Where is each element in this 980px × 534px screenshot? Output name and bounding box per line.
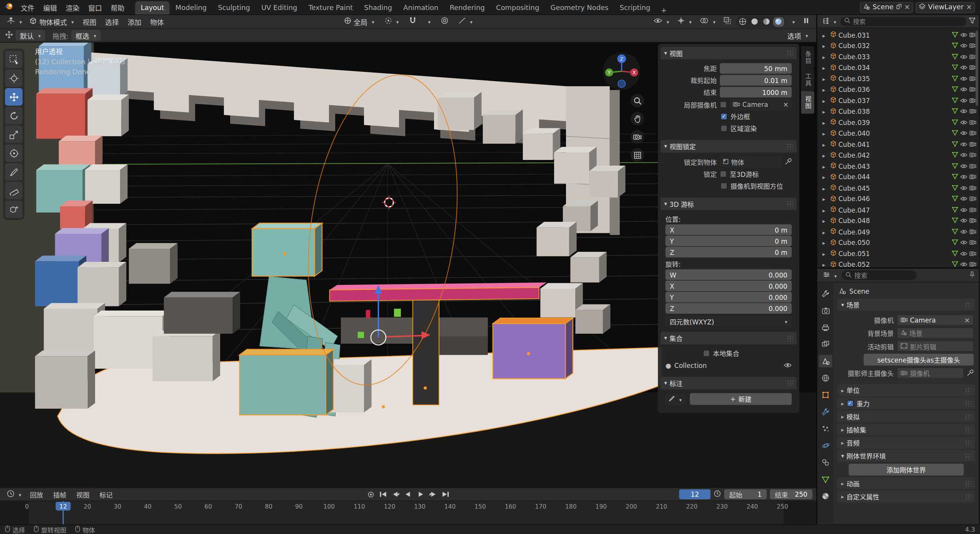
workspace-tab[interactable]: UV Editing	[256, 1, 303, 14]
workspace-tab[interactable]: Geometry Nodes	[545, 1, 614, 14]
expand-icon[interactable]	[822, 184, 828, 192]
rotate-tool[interactable]	[5, 107, 23, 125]
properties-search[interactable]	[842, 271, 917, 280]
hide-eye-icon[interactable]	[960, 206, 968, 214]
tab-modifiers[interactable]	[819, 406, 833, 418]
pin-icon[interactable]	[969, 271, 975, 279]
properties-search-input[interactable]	[854, 271, 913, 279]
hide-eye-icon[interactable]	[960, 31, 968, 39]
measure-tool[interactable]	[5, 182, 23, 200]
hide-eye-icon[interactable]	[960, 130, 968, 137]
outliner-row[interactable]: Cube.048	[817, 215, 978, 226]
hide-eye-icon[interactable]	[960, 250, 968, 258]
outliner-row[interactable]: Cube.036	[817, 84, 978, 95]
outliner-row[interactable]: Cube.044	[817, 171, 978, 182]
outliner-row[interactable]: Cube.037	[817, 95, 978, 106]
cursor-rotation-field[interactable]: X 0.000	[665, 281, 791, 291]
workspace-tab[interactable]: Compositing	[491, 1, 545, 14]
proportional-edit-toggle[interactable]	[437, 16, 451, 28]
mode-dropdown[interactable]: 物体模式	[26, 15, 77, 28]
jump-to-start-button[interactable]	[378, 490, 389, 499]
collection-item-row[interactable]: ● Collection	[665, 360, 791, 371]
blender-logo-icon[interactable]	[4, 2, 14, 13]
scene-selector[interactable]: Scene	[860, 2, 913, 13]
setting-value-field[interactable]: 0.01 m	[720, 75, 792, 86]
properties-editor-dropdown[interactable]	[821, 270, 839, 281]
render-visibility-icon[interactable]	[969, 118, 976, 126]
local-camera-checkbox[interactable]	[720, 101, 727, 108]
jump-to-end-button[interactable]	[440, 490, 451, 499]
setting-value-field[interactable]: 1000 m	[720, 87, 792, 98]
render-visibility-icon[interactable]	[969, 42, 976, 50]
timeline-editor-dropdown[interactable]	[4, 489, 25, 500]
tab-physics[interactable]	[819, 439, 833, 452]
hide-eye-icon[interactable]	[960, 162, 968, 170]
render-visibility-icon[interactable]	[969, 250, 976, 258]
expand-icon[interactable]	[822, 162, 828, 170]
drag-mode-dropdown[interactable]: 框选	[71, 30, 100, 41]
render-visibility-icon[interactable]	[969, 108, 976, 115]
new-annotation-button[interactable]: 新建	[690, 393, 792, 405]
unlink-scene-icon[interactable]	[904, 3, 910, 11]
timeline-ruler[interactable]: 12 0203040506070809010011012013014015016…	[0, 501, 816, 524]
hide-eye-icon[interactable]	[960, 217, 968, 225]
render-visibility-icon[interactable]	[969, 75, 976, 83]
hide-eye-icon[interactable]	[960, 97, 968, 105]
select-box-tool[interactable]	[5, 51, 23, 68]
section-gravity[interactable]: 重力	[837, 398, 975, 409]
expand-icon[interactable]	[822, 140, 828, 148]
panel-view-lock-header[interactable]: 视图锁定	[660, 140, 796, 153]
outliner-row[interactable]: Cube.039	[817, 117, 978, 128]
camera-to-view-checkbox[interactable]	[720, 183, 727, 190]
outliner-row[interactable]: Cube.041	[817, 139, 978, 150]
lock-object-field[interactable]: 物体	[720, 156, 782, 167]
local-collection-checkbox[interactable]	[703, 350, 710, 357]
expand-icon[interactable]	[822, 108, 828, 115]
hide-eye-icon[interactable]	[960, 239, 968, 246]
lock-to-cursor-checkbox[interactable]	[720, 171, 727, 178]
pan-button[interactable]	[630, 112, 644, 126]
outliner-row[interactable]: Cube.046	[817, 193, 978, 204]
eyedropper-icon[interactable]	[785, 158, 792, 166]
hide-eye-icon[interactable]	[960, 151, 968, 159]
topbar-menu-item[interactable]: 编辑	[39, 0, 62, 14]
render-visibility-icon[interactable]	[969, 64, 976, 72]
tab-world[interactable]	[819, 372, 833, 384]
outliner-row[interactable]: Cube.033	[817, 51, 978, 62]
outliner-row[interactable]: Cube.035	[817, 73, 978, 84]
outliner-row[interactable]: Cube.047	[817, 205, 978, 215]
options-dropdown[interactable]: 选项	[783, 30, 812, 41]
filter-icon[interactable]	[969, 18, 976, 25]
visibility-dropdown[interactable]	[650, 16, 672, 27]
render-visibility-icon[interactable]	[969, 130, 976, 137]
background-scene-field[interactable]: 场景	[897, 328, 974, 339]
expand-icon[interactable]	[822, 75, 828, 83]
workspace-tab[interactable]: Sculpting	[212, 1, 256, 14]
shading-wireframe-button[interactable]	[737, 17, 748, 27]
expand-icon[interactable]	[822, 31, 828, 39]
render-visibility-icon[interactable]	[969, 173, 976, 181]
expand-icon[interactable]	[822, 53, 828, 61]
move-tool[interactable]	[5, 88, 23, 106]
shading-dropdown[interactable]	[787, 16, 798, 27]
section-custom-properties[interactable]: 自定义属性	[837, 491, 975, 502]
expand-icon[interactable]	[822, 42, 828, 50]
workspace-tab[interactable]: Modeling	[170, 1, 212, 14]
dop-camera-field[interactable]: 摄像机	[897, 368, 964, 379]
workspace-tab[interactable]: Layout	[135, 1, 170, 14]
tab-object-data[interactable]	[819, 473, 833, 486]
hide-eye-icon[interactable]	[960, 173, 968, 181]
local-camera-field[interactable]: Camera	[730, 99, 792, 110]
outliner-search[interactable]	[841, 17, 967, 26]
hide-eye-icon[interactable]	[960, 53, 968, 61]
tab-material[interactable]	[819, 490, 833, 502]
render-visibility-icon[interactable]	[969, 31, 976, 39]
viewport-menu-item[interactable]: 视图	[78, 17, 101, 27]
panel-3d-cursor-header[interactable]: 3D 游标	[660, 198, 796, 210]
expand-icon[interactable]	[822, 173, 828, 181]
outliner-row[interactable]: Cube.040	[817, 128, 978, 138]
active-clip-field[interactable]: 影片剪辑	[897, 341, 974, 352]
snap-toggle[interactable]	[406, 16, 419, 28]
outliner-row[interactable]: Cube.034	[817, 62, 978, 73]
render-visibility-icon[interactable]	[969, 151, 976, 159]
